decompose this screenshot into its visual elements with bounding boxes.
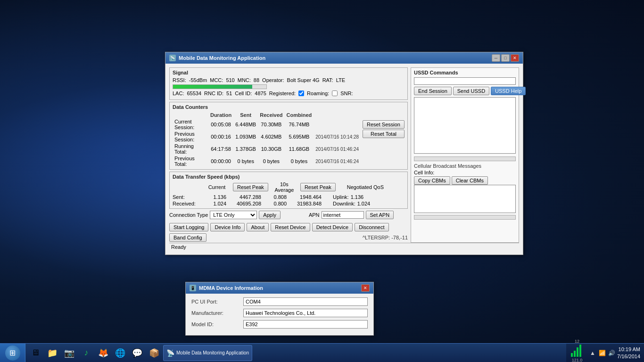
col-header-received: Received	[258, 112, 284, 118]
maximize-button[interactable]: □	[501, 54, 510, 62]
main-window-title: Mobile Data Monitoring Application	[179, 55, 265, 61]
start-logging-button[interactable]: Start Logging	[169, 223, 208, 231]
minimize-button[interactable]: ─	[492, 54, 500, 62]
reset-session-button[interactable]: Reset Session	[363, 120, 405, 129]
row-received: 4.602MB	[258, 131, 284, 143]
svg-rect-2	[577, 347, 578, 357]
apply-button[interactable]: Apply	[259, 211, 281, 219]
device-close-button[interactable]: ✕	[361, 284, 370, 292]
taskbar-item-skype[interactable]: 💬	[129, 345, 145, 361]
rssi-value: -55dBm	[189, 77, 207, 83]
counters-table-wrapper: Duration Sent Received Combined	[173, 112, 361, 167]
reset-peak-sent-button[interactable]: Reset Peak	[233, 183, 268, 191]
ussd-right-panel: USSD Commands End Session Send USSD USSD…	[411, 67, 519, 243]
system-clock[interactable]: 10:19 AM 7/16/2014	[617, 346, 640, 360]
row-combined: 5.695MB	[285, 131, 314, 143]
device-window-controls: ✕	[361, 284, 370, 292]
downlink-val: 1.024	[357, 201, 371, 206]
row-combined: 11.68GB	[285, 143, 314, 155]
system-tray: 12 121.0 134.0 ▲ 📶 🔊 10:19 AM 7/16/2014	[566, 344, 644, 362]
tray-volume-icon[interactable]: 🔊	[608, 349, 615, 357]
scrollbar[interactable]	[414, 156, 516, 161]
mnc-label: MNC:	[238, 77, 251, 83]
active-window-label: Mobile Data Monitoring Application	[176, 350, 249, 355]
uplink-val: 1.136	[351, 194, 364, 200]
main-toolbar: Start Logging Device Info About Reset De…	[169, 221, 408, 243]
downlink-label: Downlink:	[333, 201, 355, 206]
set-apn-button[interactable]: Set APN	[366, 211, 394, 219]
device-titlebar: 📱 MDMA Device Information ✕	[186, 282, 373, 294]
chrome-icon: 🌐	[115, 347, 126, 359]
taskbar-item-box[interactable]: 📦	[146, 345, 162, 361]
table-row: Current Session: 00:05:08 6.448MB 70.30M…	[173, 118, 361, 131]
uplink-label: Uplink:	[333, 194, 349, 200]
active-window-item[interactable]: 📡 Mobile Data Monitoring Application	[163, 345, 252, 361]
connection-type-select[interactable]: LTE Only Auto 3G Only 2G Only	[210, 211, 257, 219]
row-label: Running Total:	[173, 143, 208, 155]
recv-speed-row: Received: 1.024 40695.208 0.800 31983.84…	[173, 201, 405, 206]
taskbar-item-spotify[interactable]: ♪	[78, 345, 94, 361]
operator-label: Operator:	[262, 77, 284, 83]
close-button[interactable]: ✕	[511, 54, 519, 62]
cbm-title: Cellular Broadcast Messages	[414, 163, 516, 169]
detect-device-button[interactable]: Detect Device	[312, 223, 353, 231]
row-sent: 0 bytes	[233, 155, 258, 167]
disconnect-button[interactable]: Disconnect	[355, 223, 388, 231]
about-button[interactable]: About	[247, 223, 269, 231]
main-window: 📡 Mobile Data Monitoring Application ─ □…	[165, 52, 523, 255]
clock-date: 7/16/2014	[617, 353, 640, 360]
row-duration: 64:17:58	[208, 143, 233, 155]
copy-cbm-button[interactable]: Copy CBMs	[414, 176, 450, 185]
taskbar-item-camera[interactable]: 📷	[61, 345, 77, 361]
registered-checkbox[interactable]	[298, 90, 304, 96]
current-header: Current	[203, 184, 231, 190]
rnc-value: 51	[226, 90, 232, 96]
reset-device-button[interactable]: Reset Device	[271, 223, 310, 231]
apn-area: APN Set APN	[309, 211, 394, 219]
tray-arrow-icon[interactable]: ▲	[589, 349, 596, 357]
end-session-button[interactable]: End Session	[414, 87, 452, 95]
taskbar-item-explorer[interactable]: 📁	[44, 345, 60, 361]
row-label: Current Session:	[173, 118, 208, 131]
data-counters-section: Data Counters Duration Sent	[169, 102, 408, 170]
taskbar-item-chrome[interactable]: 🌐	[112, 345, 128, 361]
mnc-value: 88	[254, 77, 259, 83]
negotiated-qos-header: Negotiated QoS	[347, 184, 384, 190]
operator-value: Bolt Super 4G	[287, 77, 320, 83]
roaming-checkbox[interactable]	[332, 90, 338, 96]
cell-label: Cell ID:	[235, 90, 252, 96]
spotify-icon: ♪	[81, 347, 92, 359]
taskbar: ⊞ 🖥 📁 📷 ♪ 🦊 🌐 💬	[0, 343, 644, 362]
received-speed-label: Received:	[173, 201, 201, 206]
ussd-response-area[interactable]	[414, 97, 516, 154]
box-icon: 📦	[149, 347, 160, 359]
signal-title: Signal	[173, 70, 405, 75]
sent-peak-val: 4467.288	[228, 194, 261, 200]
reset-peak2-button[interactable]: Reset Peak	[300, 183, 336, 191]
ussd-title: USSD Commands	[414, 70, 516, 75]
pc-ui-port-label: PC UI Port:	[191, 299, 243, 304]
ussd-help-button[interactable]: USSD Help	[491, 87, 526, 95]
speed-title: Data Transfer Speed (kbps)	[173, 174, 405, 180]
sent-avg-val: 0.808	[263, 194, 287, 200]
signal-section: Signal RSSI: -55dBm MCC: 510 MNC: 88 Ope…	[169, 67, 408, 100]
avg-header: 10s Average	[270, 181, 298, 193]
clear-cbm-button[interactable]: Clear CBMs	[452, 176, 488, 185]
window-body: Signal RSSI: -55dBm MCC: 510 MNC: 88 Ope…	[165, 64, 523, 255]
cbm-textarea[interactable]	[414, 185, 516, 213]
band-config-button[interactable]: Band Config	[169, 233, 206, 242]
device-info-button[interactable]: Device Info	[210, 223, 245, 231]
reset-total-button[interactable]: Reset Total	[363, 130, 405, 138]
device-window-title: MDMA Device Information	[199, 285, 263, 291]
sent-avg-peak-val: 1948.464	[289, 194, 322, 200]
row-label: Previous Total:	[173, 155, 208, 167]
start-button[interactable]: ⊞	[0, 344, 25, 362]
registered-label: Registered:	[269, 90, 296, 96]
taskbar-item-firefox[interactable]: 🦊	[95, 345, 111, 361]
send-ussd-button[interactable]: Send USSD	[453, 87, 489, 95]
taskbar-item-control-panel[interactable]: 🖥	[27, 345, 43, 361]
cbm-scrollbar[interactable]	[414, 215, 516, 220]
ussd-buttons: End Session Send USSD USSD Help	[414, 87, 516, 95]
apn-input[interactable]	[322, 211, 364, 219]
ussd-command-input[interactable]	[414, 77, 516, 85]
